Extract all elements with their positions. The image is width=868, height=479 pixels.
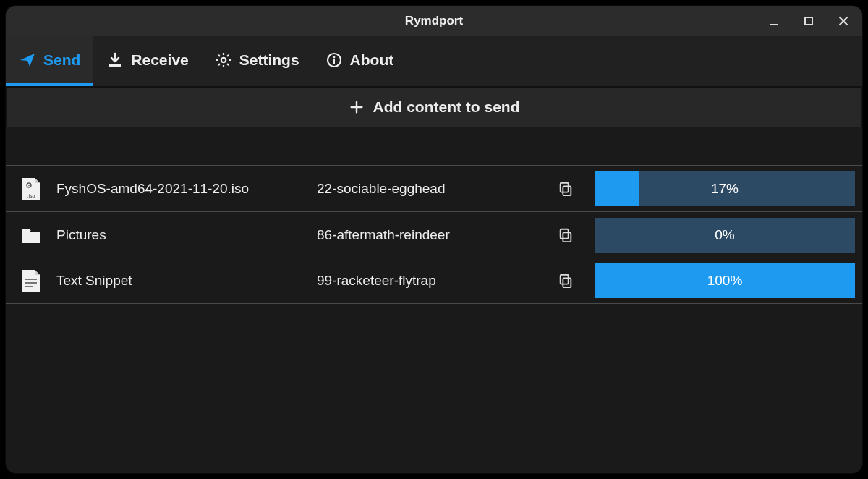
transfer-code: 86-aftermath-reindeer bbox=[317, 227, 551, 243]
folder-icon bbox=[6, 223, 56, 247]
progress-bar: 17% bbox=[595, 171, 855, 206]
copy-code-button[interactable] bbox=[551, 181, 580, 197]
tab-about[interactable]: About bbox=[312, 36, 407, 86]
svg-rect-1 bbox=[805, 17, 812, 25]
svg-rect-24 bbox=[25, 286, 33, 287]
svg-rect-25 bbox=[563, 278, 571, 287]
transfer-code: 99-racketeer-flytrap bbox=[317, 273, 551, 289]
svg-point-13 bbox=[333, 56, 335, 58]
svg-line-8 bbox=[218, 54, 220, 56]
tabbar: Send Receive Settings About bbox=[6, 36, 862, 87]
window-title: Rymdport bbox=[6, 14, 862, 28]
svg-rect-18 bbox=[563, 186, 571, 195]
tab-label: Settings bbox=[239, 51, 299, 69]
progress-bar: 0% bbox=[595, 218, 855, 253]
text-file-icon bbox=[6, 268, 56, 293]
transfer-row: Text Snippet 99-racketeer-flytrap 100% bbox=[6, 258, 862, 304]
paper-plane-icon bbox=[19, 51, 36, 69]
transfer-row: .iso FyshOS-amd64-2021-11-20.iso 22-soci… bbox=[6, 165, 862, 211]
info-icon bbox=[326, 51, 343, 69]
transfer-row: Pictures 86-aftermath-reindeer 0% bbox=[6, 211, 862, 258]
minimize-button[interactable] bbox=[760, 6, 788, 36]
svg-rect-26 bbox=[561, 275, 569, 284]
copy-icon bbox=[558, 273, 574, 289]
transfer-list: .iso FyshOS-amd64-2021-11-20.iso 22-soci… bbox=[6, 165, 862, 304]
window-controls bbox=[760, 6, 858, 36]
transfer-name: Text Snippet bbox=[56, 273, 317, 289]
plus-icon bbox=[349, 99, 365, 115]
progress-bar: 100% bbox=[595, 263, 855, 298]
transfer-name: FyshOS-amd64-2021-11-20.iso bbox=[56, 181, 317, 197]
progress-label: 0% bbox=[595, 218, 855, 253]
progress-label: 17% bbox=[595, 171, 855, 206]
svg-line-9 bbox=[227, 64, 229, 65]
svg-rect-20 bbox=[563, 232, 571, 242]
svg-rect-21 bbox=[561, 229, 569, 238]
tab-send[interactable]: Send bbox=[6, 36, 93, 86]
tab-receive[interactable]: Receive bbox=[93, 36, 201, 86]
progress-label: 100% bbox=[595, 263, 855, 298]
tab-label: Send bbox=[43, 51, 80, 69]
svg-rect-23 bbox=[25, 282, 37, 284]
gear-icon bbox=[215, 51, 232, 69]
add-content-label: Add content to send bbox=[373, 98, 520, 116]
svg-rect-22 bbox=[25, 279, 37, 280]
transfer-code: 22-sociable-egghead bbox=[317, 181, 551, 197]
titlebar: Rymdport bbox=[6, 6, 862, 36]
svg-rect-0 bbox=[770, 24, 778, 25]
svg-line-11 bbox=[227, 54, 229, 56]
svg-point-3 bbox=[221, 57, 226, 62]
download-icon bbox=[106, 51, 124, 69]
tab-label: Receive bbox=[131, 51, 188, 69]
app-window: Rymdport Send Receive bbox=[6, 6, 862, 473]
copy-icon bbox=[558, 227, 574, 243]
close-icon bbox=[838, 15, 849, 27]
tab-label: About bbox=[350, 51, 394, 69]
transfer-name: Pictures bbox=[56, 227, 317, 243]
iso-file-icon: .iso bbox=[6, 177, 56, 201]
svg-rect-2 bbox=[109, 64, 121, 67]
minimize-icon bbox=[768, 15, 780, 27]
svg-line-10 bbox=[218, 64, 220, 65]
copy-code-button[interactable] bbox=[551, 227, 580, 243]
svg-rect-14 bbox=[333, 59, 335, 64]
svg-point-16 bbox=[28, 185, 30, 186]
copy-code-button[interactable] bbox=[551, 273, 580, 289]
copy-icon bbox=[558, 181, 574, 197]
add-content-button[interactable]: Add content to send bbox=[6, 87, 862, 127]
maximize-icon bbox=[803, 15, 814, 27]
svg-text:.iso: .iso bbox=[27, 193, 35, 198]
close-button[interactable] bbox=[829, 6, 858, 36]
svg-rect-19 bbox=[561, 182, 569, 192]
maximize-button[interactable] bbox=[794, 6, 823, 36]
tab-settings[interactable]: Settings bbox=[202, 36, 312, 86]
